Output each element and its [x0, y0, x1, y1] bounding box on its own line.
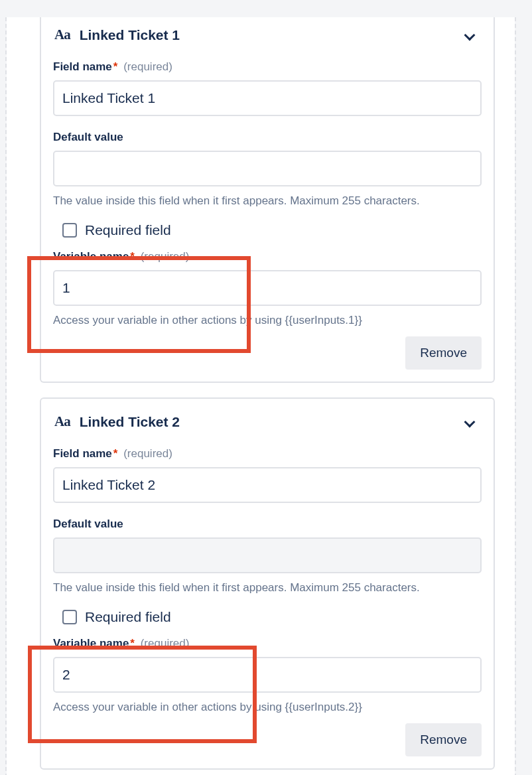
default-value-label: Default value: [53, 131, 482, 144]
default-value-help: The value inside this field when it firs…: [53, 581, 482, 595]
default-value-help: The value inside this field when it firs…: [53, 194, 482, 208]
remove-row: Remove: [53, 723, 482, 756]
default-value-input[interactable]: [53, 151, 482, 186]
chevron-down-icon[interactable]: [464, 29, 476, 40]
variable-name-label: Variable name* (required): [53, 250, 482, 263]
variable-name-block: Variable name* (required) Access your va…: [53, 637, 482, 714]
page: Aa Linked Ticket 1 Field name* (required…: [0, 0, 532, 775]
remove-row: Remove: [53, 336, 482, 370]
text-field-type-icon: Aa: [54, 27, 70, 43]
required-field-checkbox[interactable]: [62, 223, 77, 238]
required-hint: (required): [123, 447, 172, 460]
default-value-label: Default value: [53, 518, 482, 531]
default-value-input[interactable]: [53, 537, 482, 573]
field-card-1: Aa Linked Ticket 1 Field name* (required…: [40, 17, 495, 383]
required-field-row[interactable]: Required field: [62, 609, 482, 625]
variable-name-input[interactable]: [53, 657, 482, 693]
field-name-input[interactable]: [53, 80, 482, 116]
field-card-title: Linked Ticket 2: [80, 414, 180, 430]
required-asterisk: *: [130, 250, 135, 263]
required-asterisk: *: [113, 447, 118, 460]
required-field-row[interactable]: Required field: [62, 222, 482, 238]
remove-button[interactable]: Remove: [405, 336, 482, 370]
required-asterisk: *: [130, 637, 135, 650]
variable-name-label: Variable name* (required): [53, 637, 482, 650]
fields-list: Aa Linked Ticket 1 Field name* (required…: [0, 17, 532, 775]
field-name-block: Field name* (required): [53, 60, 482, 116]
required-hint: (required): [123, 60, 172, 73]
field-card-header[interactable]: Aa Linked Ticket 2: [53, 411, 482, 447]
field-name-label: Field name* (required): [53, 60, 482, 74]
default-value-block: Default value The value inside this fiel…: [53, 131, 482, 208]
field-card-header[interactable]: Aa Linked Ticket 1: [53, 24, 482, 60]
field-card-title: Linked Ticket 1: [80, 27, 180, 43]
variable-name-block: Variable name* (required) Access your va…: [53, 250, 482, 327]
field-name-input[interactable]: [53, 467, 482, 503]
variable-name-input[interactable]: [53, 270, 482, 306]
remove-button[interactable]: Remove: [405, 723, 482, 756]
required-hint: (required): [141, 250, 190, 263]
field-name-label: Field name* (required): [53, 447, 482, 460]
required-asterisk: *: [113, 60, 118, 73]
required-field-label: Required field: [85, 222, 171, 238]
variable-name-help: Access your variable in other actions by…: [53, 701, 482, 714]
field-name-block: Field name* (required): [53, 447, 482, 503]
chevron-down-icon[interactable]: [464, 416, 476, 427]
field-card-2: Aa Linked Ticket 2 Field name* (required…: [40, 397, 495, 770]
default-value-block: Default value The value inside this fiel…: [53, 518, 482, 595]
required-field-label: Required field: [85, 609, 171, 625]
required-field-checkbox[interactable]: [62, 610, 77, 624]
variable-name-help: Access your variable in other actions by…: [53, 314, 482, 327]
text-field-type-icon: Aa: [54, 413, 70, 430]
required-hint: (required): [141, 637, 190, 650]
